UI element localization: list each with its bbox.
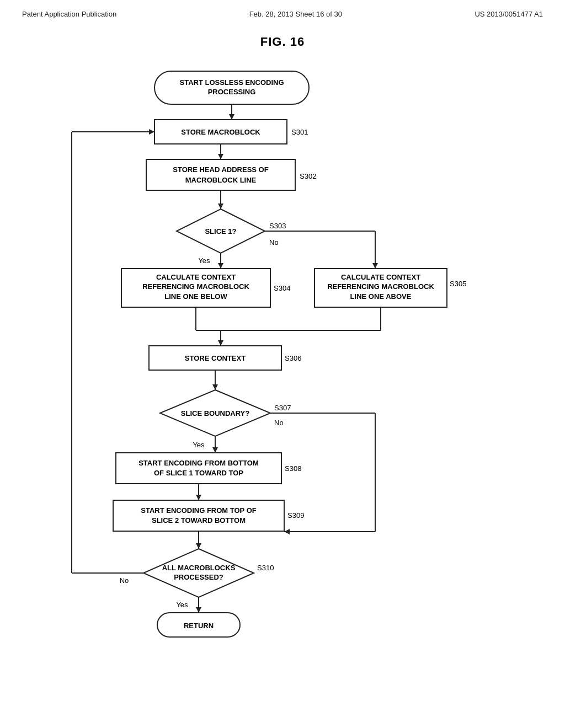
header-center: Feb. 28, 2013 Sheet 16 of 30	[249, 10, 342, 18]
page-header: Patent Application Publication Feb. 28, …	[0, 0, 565, 18]
svg-text:S308: S308	[285, 464, 301, 473]
svg-marker-21	[218, 263, 223, 269]
svg-text:S309: S309	[287, 511, 304, 520]
flowchart-diagram: START LOSSLESS ENCODING PROCESSING STORE…	[0, 55, 565, 694]
svg-text:CALCULATE CONTEXT: CALCULATE CONTEXT	[156, 273, 236, 281]
svg-text:Yes: Yes	[176, 601, 188, 609]
svg-rect-53	[116, 453, 281, 484]
svg-text:PROCESSING: PROCESSING	[208, 88, 256, 96]
svg-text:SLICE 2 TOWARD BOTTOM: SLICE 2 TOWARD BOTTOM	[152, 516, 246, 524]
svg-text:STORE MACROBLOCK: STORE MACROBLOCK	[181, 128, 260, 136]
svg-marker-4	[229, 114, 234, 120]
svg-text:S302: S302	[300, 172, 316, 180]
svg-text:START ENCODING FROM TOP OF: START ENCODING FROM TOP OF	[141, 506, 257, 515]
svg-text:CALCULATE CONTEXT: CALCULATE CONTEXT	[341, 273, 420, 281]
svg-marker-79	[196, 607, 201, 613]
svg-text:STORE CONTEXT: STORE CONTEXT	[185, 354, 246, 362]
svg-text:S307: S307	[274, 404, 291, 412]
figure-title: FIG. 16	[0, 35, 565, 49]
svg-marker-15	[218, 204, 223, 209]
svg-marker-66	[284, 529, 290, 534]
svg-rect-59	[113, 500, 284, 531]
svg-text:SLICE 1?: SLICE 1?	[205, 227, 236, 235]
svg-marker-45	[212, 384, 218, 390]
svg-text:S305: S305	[450, 280, 466, 288]
svg-text:No: No	[120, 576, 129, 585]
svg-marker-58	[196, 495, 201, 500]
svg-marker-9	[218, 154, 223, 159]
svg-marker-40	[218, 340, 223, 346]
svg-text:S303: S303	[269, 222, 286, 230]
svg-text:Yes: Yes	[193, 441, 205, 449]
header-right: US 2013/0051477 A1	[475, 10, 543, 18]
svg-text:OF SLICE 1 TOWARD TOP: OF SLICE 1 TOWARD TOP	[154, 469, 243, 477]
svg-text:LINE ONE BELOW: LINE ONE BELOW	[164, 292, 227, 301]
svg-rect-10	[146, 159, 295, 190]
svg-text:REFERENCING MACROBLOCK: REFERENCING MACROBLOCK	[142, 282, 249, 291]
svg-text:No: No	[274, 419, 284, 427]
svg-text:No: No	[269, 238, 279, 247]
header-left: Patent Application Publication	[22, 10, 116, 18]
svg-text:ALL MACROBLOCKS: ALL MACROBLOCKS	[162, 564, 236, 572]
svg-text:MACROBLOCK LINE: MACROBLOCK LINE	[185, 176, 257, 184]
svg-text:START ENCODING FROM BOTTOM: START ENCODING FROM BOTTOM	[138, 459, 259, 467]
svg-text:SLICE BOUNDARY?: SLICE BOUNDARY?	[181, 409, 250, 417]
svg-text:Yes: Yes	[198, 256, 210, 265]
svg-text:RETURN: RETURN	[184, 622, 214, 630]
svg-marker-51	[212, 447, 218, 453]
svg-text:S304: S304	[274, 284, 290, 292]
svg-text:START LOSSLESS ENCODING: START LOSSLESS ENCODING	[180, 78, 284, 87]
svg-text:REFERENCING MACROBLOCK: REFERENCING MACROBLOCK	[327, 282, 434, 291]
svg-text:STORE HEAD ADDRESS OF: STORE HEAD ADDRESS OF	[173, 165, 268, 174]
svg-text:PROCESSED?: PROCESSED?	[174, 573, 223, 581]
svg-text:S301: S301	[291, 128, 308, 136]
svg-text:LINE ONE ABOVE: LINE ONE ABOVE	[350, 292, 412, 301]
svg-marker-30	[372, 263, 378, 269]
svg-marker-68	[196, 543, 201, 549]
svg-text:S306: S306	[285, 354, 301, 362]
svg-text:S310: S310	[257, 564, 274, 572]
svg-marker-76	[149, 129, 154, 135]
